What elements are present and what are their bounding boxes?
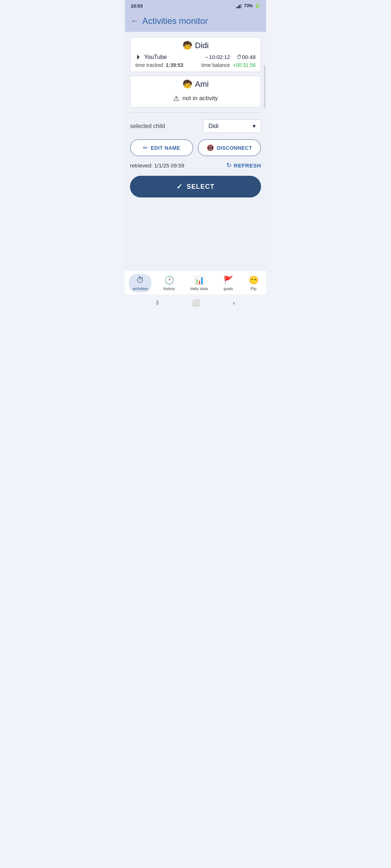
refresh-icon: ↻: [226, 161, 232, 169]
ami-name: Ami: [195, 80, 209, 89]
didi-duration: ⏱00:48: [236, 54, 256, 60]
select-button[interactable]: ✓ SELECT: [130, 176, 261, 197]
didi-name: Didi: [195, 41, 209, 50]
retrieved-row: retrieved: 1/1/25 09:59 ↻ REFRESH: [130, 161, 261, 169]
youtube-icon: ⏵: [135, 53, 142, 61]
nav-label-activities: activities: [133, 286, 148, 291]
header: ← Activities monitor: [125, 12, 266, 32]
pencil-icon: ✏: [143, 144, 148, 151]
edit-name-button[interactable]: ✏ EDIT NAME: [130, 139, 193, 156]
activities-icon: ⏱: [136, 276, 144, 285]
disconnect-button[interactable]: 📵 DISCONNECT: [198, 139, 261, 156]
ami-avatar-icon: 🧒: [182, 80, 192, 89]
bottom-nav: ⏱ activities 🕐 history 📊 daily stats 🚩 g…: [125, 270, 266, 294]
didi-activity-row: ⏵ YouTube →10:02:12 ⏱00:48: [135, 53, 256, 61]
nav-item-pip[interactable]: 😶 Pip: [245, 274, 262, 292]
didi-activity-right: →10:02:12 ⏱00:48: [203, 54, 256, 60]
didi-time-balance: +00:31:56: [233, 62, 256, 68]
disconnect-label: DISCONNECT: [217, 145, 252, 151]
nav-item-goals[interactable]: 🚩 goals: [220, 274, 237, 292]
selected-child-row: selected child Didi ▾: [130, 119, 261, 133]
daily-stats-icon: 📊: [194, 276, 204, 285]
warning-icon: ⚠: [173, 94, 180, 103]
page-title: Activities monitor: [142, 16, 208, 26]
android-nav-bar: ⦀ ⬜ ‹: [125, 294, 266, 311]
didi-start-time: →10:02:12: [203, 54, 230, 60]
ami-status-text: not in activity: [182, 95, 218, 102]
child-dropdown[interactable]: Didi ▾: [203, 119, 261, 133]
buttons-row: ✏ EDIT NAME 📵 DISCONNECT: [130, 139, 261, 156]
nav-item-daily-stats[interactable]: 📊 daily stats: [187, 274, 212, 292]
goals-icon: 🚩: [223, 276, 233, 285]
ami-status-row: ⚠ not in activity: [135, 92, 256, 103]
didi-avatar-icon: 🧒: [182, 41, 192, 50]
didi-time-tracked: 1:39:53: [166, 62, 183, 68]
signal-icon: [236, 3, 242, 8]
time-tracked-label: time tracked 1:39:53: [135, 62, 183, 68]
nav-item-history[interactable]: 🕐 history: [160, 274, 178, 292]
nav-label-pip: Pip: [251, 286, 256, 291]
battery-level: 73%: [244, 3, 253, 8]
ami-card: 🧒 Ami ⚠ not in activity: [130, 76, 261, 107]
retrieved-text: retrieved: 1/1/25 09:59: [130, 162, 184, 169]
dropdown-selected-value: Didi: [209, 123, 219, 129]
nav-label-daily-stats: daily stats: [190, 286, 208, 291]
didi-time-row: time tracked 1:39:53 time balance +00:31…: [135, 62, 256, 68]
back-button[interactable]: ←: [131, 16, 139, 26]
status-time: 10:03: [131, 3, 143, 9]
nav-item-activities[interactable]: ⏱ activities: [129, 274, 151, 292]
select-label: SELECT: [186, 183, 214, 191]
didi-activity-left: ⏵ YouTube: [135, 53, 167, 61]
refresh-label: REFRESH: [234, 162, 261, 169]
didi-card: 🧒 Didi ⏵ YouTube →10:02:12 ⏱00:48 time t…: [130, 37, 261, 72]
pip-icon: 😶: [249, 276, 258, 285]
main-content: 🧒 Didi ⏵ YouTube →10:02:12 ⏱00:48 time t…: [125, 32, 266, 270]
ami-header: 🧒 Ami: [135, 80, 256, 89]
android-home-button[interactable]: ⬜: [192, 299, 200, 307]
nav-label-history: history: [163, 286, 175, 291]
android-recent-button[interactable]: ⦀: [156, 299, 159, 307]
history-icon: 🕐: [164, 276, 174, 285]
didi-header: 🧒 Didi: [135, 41, 256, 50]
nav-label-goals: goals: [224, 286, 233, 291]
didi-activity-name: YouTube: [144, 54, 167, 60]
status-right: 73% 🔋: [236, 3, 260, 8]
chevron-down-icon: ▾: [253, 123, 256, 129]
selected-child-label: selected child: [130, 123, 165, 129]
status-bar: 10:03 73% 🔋: [125, 0, 266, 12]
scroll-indicator: [264, 65, 265, 109]
disconnect-icon: 📵: [207, 144, 214, 151]
battery-icon: 🔋: [255, 3, 260, 8]
edit-name-label: EDIT NAME: [151, 145, 180, 151]
divider: [130, 112, 261, 113]
android-back-button[interactable]: ‹: [233, 299, 235, 307]
refresh-button[interactable]: ↻ REFRESH: [226, 161, 261, 169]
checkmark-icon: ✓: [176, 182, 183, 191]
